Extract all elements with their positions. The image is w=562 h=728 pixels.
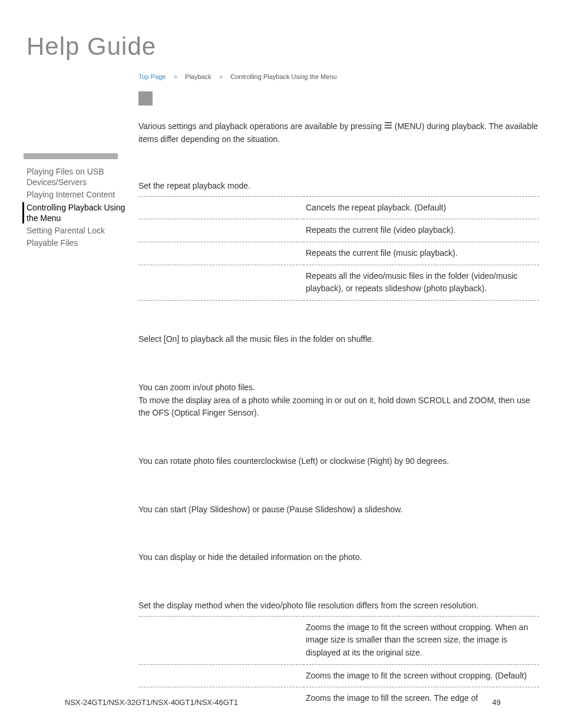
- slideshow-desc: You can start (Play Slideshow) or pause …: [138, 503, 539, 516]
- footer-page-number: 49: [492, 698, 501, 707]
- sidebar-item-usb[interactable]: Playing Files on USB Devices/Servers: [27, 166, 127, 187]
- sidebar-header-bar: [24, 153, 118, 159]
- sidebar-item-internet[interactable]: Playing Internet Content: [27, 189, 127, 200]
- table-row: Cancels the repeat playback. (Default): [138, 196, 539, 219]
- display-table: Zooms the image to fit the screen withou…: [138, 616, 539, 688]
- main-content: Set the repeat playback mode. Cancels th…: [138, 180, 539, 705]
- breadcrumb-sep: >: [219, 73, 223, 80]
- menu-icon: [384, 120, 392, 133]
- table-row: Repeats the current file (video playback…: [138, 219, 539, 242]
- zoom-desc: You can zoom in/out photo files. To move…: [138, 381, 539, 420]
- sidebar-item-playable[interactable]: Playable Files: [27, 238, 127, 248]
- shuffle-desc: Select [On] to playback all the music fi…: [138, 333, 539, 346]
- table-row: Zooms the image to fit the screen withou…: [138, 616, 539, 664]
- sidebar: Playing Files on USB Devices/Servers Pla…: [27, 166, 127, 250]
- info-desc: You can display or hide the detailed inf…: [138, 551, 539, 564]
- table-row: Repeats all the video/music files in the…: [138, 265, 539, 300]
- breadcrumb: Top Page > Playback > Controlling Playba…: [138, 73, 337, 80]
- breadcrumb-mid: Playback: [185, 73, 211, 80]
- repeat-row-desc: Cancels the repeat playback. (Default): [303, 196, 539, 219]
- intro-text-a: Various settings and playback operations…: [138, 121, 384, 131]
- table-row: Zooms the image to fit the screen withou…: [138, 664, 539, 687]
- footer-model: NSX-24GT1/NSX-32GT1/NSX-40GT1/NSX-46GT1: [65, 698, 238, 707]
- breadcrumb-top-link[interactable]: Top Page: [138, 73, 166, 80]
- footer: NSX-24GT1/NSX-32GT1/NSX-40GT1/NSX-46GT1 …: [65, 698, 501, 707]
- intro-paragraph: Various settings and playback operations…: [138, 120, 539, 146]
- repeat-table: Cancels the repeat playback. (Default) R…: [138, 196, 539, 301]
- breadcrumb-sep: >: [174, 73, 177, 80]
- repeat-row-desc: Repeats all the video/music files in the…: [303, 265, 539, 300]
- heading-icon-placeholder: [138, 91, 153, 106]
- sidebar-item-controlling[interactable]: Controlling Playback Using the Menu: [27, 202, 127, 223]
- rotate-desc: You can rotate photo files counterclockw…: [138, 455, 539, 468]
- sidebar-item-parental[interactable]: Setting Parental Lock: [27, 225, 127, 236]
- repeat-desc: Set the repeat playback mode.: [138, 180, 539, 193]
- repeat-row-desc: Repeats the current file (video playback…: [303, 219, 539, 242]
- table-row: Repeats the current file (music playback…: [138, 242, 539, 265]
- page-title: Help Guide: [27, 32, 156, 61]
- breadcrumb-leaf: Controlling Playback Using the Menu: [230, 73, 336, 80]
- display-row-desc: Zooms the image to fit the screen withou…: [303, 616, 539, 664]
- display-row-desc: Zooms the image to fit the screen withou…: [303, 664, 539, 687]
- display-desc: Set the display method when the video/ph…: [138, 599, 539, 612]
- repeat-row-desc: Repeats the current file (music playback…: [303, 242, 539, 265]
